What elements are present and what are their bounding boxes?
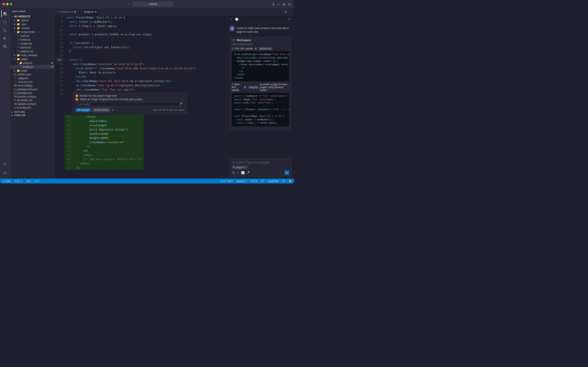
- tree-item-github[interactable]: ▶ 📁 .github: [10, 18, 54, 22]
- copilot-status-icon[interactable]: ⚙: [282, 180, 285, 183]
- panel-toggle-icon[interactable]: ▭: [276, 2, 281, 6]
- tree-item-tailwind[interactable]: JS tailwind.config.js: [10, 102, 54, 106]
- tab-slug-tsx[interactable]: ⚛ [slug].tsx: [78, 8, 99, 16]
- discard-button[interactable]: ⌘⌫ Discard: [92, 108, 110, 112]
- line-num: 12: [56, 37, 63, 41]
- modified-dot: [52, 62, 53, 64]
- search-bar[interactable]: website: [133, 2, 173, 6]
- more-options-button[interactable]: ···: [115, 108, 118, 112]
- ln-col-status[interactable]: Ln 17, Col 3: [220, 180, 233, 183]
- close-button[interactable]: [2, 3, 5, 5]
- tree-item-next-env[interactable]: TS next-env.d.ts: [10, 80, 54, 84]
- activity-avatar-icon[interactable]: [1, 160, 9, 167]
- hint-text: Hint: use ⌘ I to open this again: [153, 109, 184, 111]
- accept-button[interactable]: ⌘⏎ Accept: [75, 108, 91, 112]
- tree-item-timeline[interactable]: ▶ TIMELINE: [10, 114, 54, 117]
- tree-item-root[interactable]: ▼ MY-WEBSITE: [10, 15, 54, 18]
- tree-item-header[interactable]: ⚛ header.tsx: [10, 42, 54, 45]
- activity-bar-bottom: [1, 160, 9, 177]
- explorer-title: EXPLORER: [12, 10, 26, 13]
- status-right: Ln 17, Col 3 Spaces: 2 UTF-8 LF TypeScri…: [220, 180, 292, 183]
- tree-item-postcss[interactable]: JS postcss.config.js: [10, 95, 54, 99]
- tree-item-eslint[interactable]: { } .eslintrc.json: [10, 73, 54, 76]
- layout-icon[interactable]: ▣: [282, 2, 286, 6]
- tab-projects-tsx[interactable]: ⚛ projects.tsx: [55, 8, 78, 16]
- spaces-status[interactable]: Spaces: 2: [236, 180, 247, 183]
- tsx-tab-icon: ⚛: [81, 11, 83, 13]
- activity-explorer-icon[interactable]: [1, 10, 9, 17]
- close-panel-button[interactable]: ✕: [287, 17, 292, 21]
- tree-item-gitignore[interactable]: 🔸 .gitignore: [10, 76, 54, 80]
- remove-file-button[interactable]: ✕: [245, 166, 247, 169]
- mention-icon[interactable]: @: [237, 171, 240, 174]
- sidebar-toggle-icon[interactable]: ▮: [272, 2, 275, 6]
- sidebar: EXPLORER ··· ▼ MY-WEBSITE ▶ 📁 .github ▶ …: [10, 8, 55, 179]
- sidebar-more-button[interactable]: ···: [50, 10, 52, 13]
- errors-status[interactable]: ⊗ 0: [26, 180, 31, 183]
- tree-item-package-lock[interactable]: { } package-lock.json: [10, 87, 54, 91]
- panel-more-button[interactable]: ···: [241, 17, 245, 21]
- folder-icon: 📁: [17, 69, 20, 72]
- step1-file-chip[interactable]: projects.tsx: [259, 47, 272, 50]
- send-button[interactable]: ➤: [285, 170, 289, 175]
- tree-item-next-config[interactable]: JS next.config.js: [10, 84, 54, 87]
- split-editor-button[interactable]: ⊞: [284, 10, 288, 14]
- attach-icon[interactable]: 📎: [232, 171, 235, 174]
- sync-status[interactable]: ↻ 0↓ 1↑: [14, 180, 24, 183]
- tree-item-projects-comp[interactable]: ⚛ projects.tsx: [10, 49, 54, 53]
- tree-item-tsconfig[interactable]: { } tsconfig.json: [10, 106, 54, 109]
- ask-copilot-input[interactable]: [78, 103, 179, 106]
- tree-item-package[interactable]: { } package.json: [10, 91, 54, 95]
- tree-item-node-modules[interactable]: ▶ 📁 node_modules: [10, 53, 54, 57]
- chevron-right-icon: ▶: [14, 54, 16, 56]
- tree-item-footer[interactable]: ⚛ footer.tsx: [10, 38, 54, 42]
- minimize-button[interactable]: [6, 3, 9, 5]
- encoding-status[interactable]: UTF-8: [250, 180, 258, 183]
- tree-item-components[interactable]: ▼ 📁 components: [10, 30, 54, 34]
- activity-run-icon[interactable]: [1, 35, 9, 42]
- tree-item-pages[interactable]: ▼ 📁 pages: [10, 57, 54, 61]
- tree-item-card[interactable]: ⚛ card.tsx: [10, 34, 54, 38]
- tree-item-slug[interactable]: ⚛ [slug].tsx: [10, 65, 54, 69]
- tree-item-layout[interactable]: ⚛ layout.tsx: [10, 45, 54, 49]
- maximize-button[interactable]: [10, 3, 12, 5]
- tree-label: projects.tsx: [20, 50, 33, 53]
- terminal-icon[interactable]: ⬜: [241, 171, 245, 174]
- refs-toggle[interactable]: Used 2 references ▾: [232, 43, 289, 45]
- tree-label: next.config.js: [18, 84, 33, 87]
- title-bar-center: ← → website: [121, 2, 173, 6]
- activity-source-control-icon[interactable]: [1, 26, 9, 34]
- tree-item-vscode[interactable]: ▶ 📁 .vscode: [10, 26, 54, 30]
- tab-label: [slug].tsx: [84, 10, 94, 13]
- forward-button[interactable]: →: [127, 2, 131, 6]
- activity-search-icon[interactable]: [1, 18, 9, 26]
- editor-content[interactable]: 7 8 9 10 11 12 13 14 15 16 17 18: [55, 16, 227, 179]
- warnings-status[interactable]: ⚠ 0: [34, 180, 39, 183]
- notification-status[interactable]: 🔔: [288, 180, 292, 183]
- copilot-panel-title-area: + 🕐 ···: [229, 17, 245, 21]
- tsx-icon: ⚛: [17, 34, 20, 37]
- activity-settings-icon[interactable]: [1, 169, 9, 176]
- branch-status[interactable]: ⎇ main: [2, 180, 12, 183]
- step2-file-chip[interactable]: [slug].tsx: [248, 86, 259, 89]
- tree-item-outline[interactable]: ▶ OUTLINE: [10, 110, 54, 114]
- tree-item-projects-folder[interactable]: ▼ 📁 projects: [10, 61, 54, 65]
- new-chat-button[interactable]: +: [229, 17, 233, 21]
- back-button[interactable]: ←: [121, 2, 125, 6]
- tree-item-public[interactable]: ▶ 📁 public: [10, 69, 54, 73]
- json-icon: { }: [14, 73, 16, 76]
- panel-chat-input[interactable]: [232, 161, 289, 164]
- inserted-code[interactable]: <Image key={index} src={image} alt={`${p…: [72, 115, 144, 170]
- tree-item-readme[interactable]: M README.md: [10, 99, 54, 102]
- mic-icon[interactable]: 🎤: [246, 171, 250, 174]
- chat-history-button[interactable]: 🕐: [234, 17, 239, 21]
- tree-item-next[interactable]: ▶ 📁 .next: [10, 22, 54, 26]
- language-status[interactable]: TypeScript: [267, 180, 279, 183]
- svg-point-13: [232, 27, 233, 28]
- refresh-icon[interactable]: ↻: [112, 108, 114, 112]
- code-editor[interactable]: const ProjectPage: React.FC = () => { co…: [65, 16, 227, 92]
- more-actions-button[interactable]: ···: [288, 10, 292, 14]
- activity-extensions-icon[interactable]: [1, 43, 9, 50]
- eol-status[interactable]: LF: [260, 180, 265, 183]
- more-layout-icon[interactable]: ▤: [287, 2, 292, 6]
